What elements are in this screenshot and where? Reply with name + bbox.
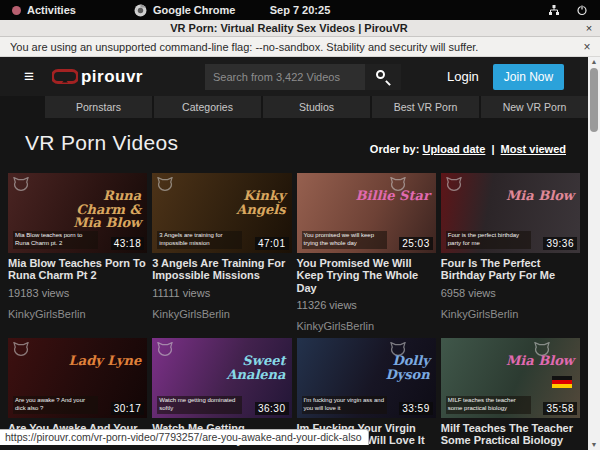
thumbnail-overlay-title: Mia Blow: [506, 189, 574, 203]
main-nav: Pornstars Categories Studios Best VR Por…: [0, 96, 588, 118]
video-title[interactable]: Four Is The Perfect Birthday Party For M…: [441, 257, 580, 282]
duration-badge: 35:58: [543, 402, 577, 415]
order-separator: |: [491, 143, 494, 155]
scrollbar-thumb[interactable]: [590, 68, 598, 132]
duration-badge: 47:01: [255, 237, 289, 250]
nav-item-best-vr-porn[interactable]: Best VR Porn: [372, 96, 479, 118]
system-top-bar: Activities Google Chrome Sep 7 20:25: [0, 0, 600, 20]
video-thumbnail[interactable]: Mia Blow Four is the perfect birthday pa…: [441, 173, 580, 253]
search-bar: [205, 64, 401, 90]
thumbnail-overlay-title: Mia Blow: [506, 354, 574, 368]
video-views: 6958 views: [441, 287, 580, 299]
cat-mask-icon: [13, 177, 29, 191]
video-views: 19183 views: [8, 287, 147, 299]
duration-badge: 25:03: [399, 237, 433, 250]
order-by: Order by: Upload date | Most viewed: [370, 143, 566, 155]
cat-mask-icon: [157, 177, 173, 191]
duration-badge: 33:59: [399, 402, 433, 415]
video-studio-link[interactable]: KinkyGirlsBerlin: [297, 320, 436, 332]
duration-badge: 43:18: [111, 237, 145, 250]
video-card[interactable]: Kinky Angels 3 Angels are training for i…: [152, 173, 291, 332]
video-card[interactable]: Mia Blow MILF teaches the teacher some p…: [441, 338, 580, 450]
video-card[interactable]: Mia Blow Four is the perfect birthday pa…: [441, 173, 580, 332]
thumbnail-caption: Mia Blow teaches porn to Runa Charm pt. …: [13, 231, 98, 249]
video-title[interactable]: Milf Teaches The Teacher Some Practical …: [441, 422, 580, 447]
video-views: 11326 views: [297, 299, 436, 311]
window-close-icon[interactable]: ×: [578, 22, 600, 34]
warning-close-icon[interactable]: ×: [574, 40, 600, 54]
video-thumbnail[interactable]: Billie Star You promised we will keep tr…: [297, 173, 436, 253]
video-title[interactable]: Mia Blow Teaches Porn To Runa Charm Pt 2: [8, 257, 147, 282]
menu-hamburger-icon[interactable]: ≡: [24, 68, 34, 85]
video-card[interactable]: Billie Star You promised we will keep tr…: [297, 173, 436, 332]
thumbnail-caption: Watch me getting dominated softly: [157, 396, 242, 414]
thumbnail-overlay-title: Runa Charm & Mia Blow: [63, 189, 141, 230]
duration-badge: 36:30: [255, 402, 289, 415]
video-studio-link[interactable]: KinkyGirlsBerlin: [8, 308, 147, 320]
video-thumbnail[interactable]: Dolly Dyson I'm fucking your virgin ass …: [297, 338, 436, 418]
thumbnail-overlay-title: Dolly Dyson: [352, 354, 430, 381]
power-icon[interactable]: [576, 4, 588, 16]
thumbnail-caption: Are you awake ? And your dick also ?: [13, 396, 98, 414]
search-button[interactable]: [365, 64, 401, 90]
page-scrollbar[interactable]: ▲ ▼: [588, 57, 600, 450]
browser-viewport: ≡ pirouvr Login Join Now Pornstars Categ…: [0, 57, 600, 450]
order-most-viewed-link[interactable]: Most viewed: [501, 143, 566, 155]
cat-mask-icon: [446, 177, 462, 191]
search-icon: [376, 70, 385, 79]
nav-item-studios[interactable]: Studios: [263, 96, 370, 118]
scroll-down-icon[interactable]: ▼: [588, 440, 600, 450]
order-by-label: Order by:: [370, 143, 420, 155]
nav-item-categories[interactable]: Categories: [154, 96, 261, 118]
join-now-button[interactable]: Join Now: [493, 64, 564, 90]
chrome-warning-infobar: You are using an unsupported command-lin…: [0, 37, 600, 57]
video-views: 11111 views: [152, 287, 291, 299]
thumbnail-overlay-title: Sweet Analena: [208, 354, 286, 381]
thumbnail-caption: You promised we will keep trying the who…: [302, 231, 387, 249]
logo-text[interactable]: pirouvr: [81, 67, 143, 87]
cat-mask-icon: [13, 342, 29, 356]
nav-item-new-vr-porn[interactable]: New VR Porn: [481, 96, 588, 118]
video-title[interactable]: You Promised We Will Keep Trying The Who…: [297, 257, 436, 294]
thumbnail-overlay-title: Kinky Angels: [208, 189, 286, 216]
scroll-up-icon[interactable]: ▲: [588, 57, 600, 67]
browser-title-bar: VR Porn: Virtual Reality Sex Videos | Pi…: [0, 20, 600, 37]
video-card[interactable]: Runa Charm & Mia Blow Mia Blow teaches p…: [8, 173, 147, 332]
video-title[interactable]: 3 Angels Are Training For Impossible Mis…: [152, 257, 291, 282]
vr-headset-icon: [52, 69, 78, 84]
video-thumbnail[interactable]: Lady Lyne Are you awake ? And your dick …: [8, 338, 147, 418]
warning-text: You are using an unsupported command-lin…: [10, 41, 574, 53]
search-input[interactable]: [205, 64, 365, 90]
video-thumbnail[interactable]: Mia Blow MILF teaches the teacher some p…: [441, 338, 580, 418]
site-logo[interactable]: pirouvr: [52, 67, 143, 87]
site-header: ≡ pirouvr Login Join Now: [0, 57, 588, 96]
window-title: VR Porn: Virtual Reality Sex Videos | Pi…: [0, 22, 578, 34]
duration-badge: 30:17: [111, 402, 145, 415]
thumbnail-caption: 3 Angels are training for impossible mis…: [157, 231, 242, 249]
cat-mask-icon: [157, 342, 173, 356]
thumbnail-caption: I'm fucking your virgin ass and you will…: [302, 396, 387, 414]
thumbnail-overlay-title: Billie Star: [356, 189, 430, 203]
thumbnail-caption: MILF teaches the teacher some practical …: [446, 396, 531, 414]
video-studio-link[interactable]: KinkyGirlsBerlin: [441, 308, 580, 320]
login-link[interactable]: Login: [447, 69, 479, 84]
status-bar-url: https://pirouvr.com/vr-porn-video/779325…: [0, 429, 369, 445]
order-upload-date-link[interactable]: Upload date: [422, 143, 485, 155]
video-thumbnail[interactable]: Sweet Analena Watch me getting dominated…: [152, 338, 291, 418]
page-title: VR Porn Videos: [25, 131, 178, 155]
clock[interactable]: Sep 7 20:25: [0, 4, 600, 16]
video-studio-link[interactable]: KinkyGirlsBerlin: [152, 308, 291, 320]
video-thumbnail[interactable]: Kinky Angels 3 Angels are training for i…: [152, 173, 291, 253]
tray-network-icon[interactable]: [548, 4, 560, 16]
german-flag-icon: [552, 376, 572, 388]
thumbnail-caption: Four is the perfect birthday party for m…: [446, 231, 531, 249]
thumbnail-overlay-title: Lady Lyne: [69, 354, 142, 368]
nav-item-pornstars[interactable]: Pornstars: [45, 96, 152, 118]
video-grid: Runa Charm & Mia Blow Mia Blow teaches p…: [8, 173, 580, 450]
duration-badge: 39:36: [543, 237, 577, 250]
video-thumbnail[interactable]: Runa Charm & Mia Blow Mia Blow teaches p…: [8, 173, 147, 253]
